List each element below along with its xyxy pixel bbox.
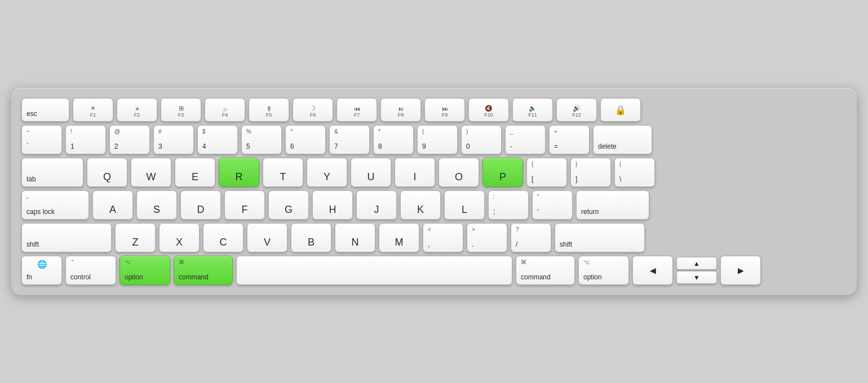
globe-icon: 🌐 [37,260,47,269]
asdf-row: • caps lock A S D F G H J K L : [21,190,847,220]
key-backslash[interactable]: | \ [614,158,655,187]
arrow-ud-pair: ▲ ▼ [676,257,717,284]
key-x[interactable]: X [159,223,200,252]
key-m[interactable]: M [379,223,419,252]
key-8[interactable]: * 8 [373,125,414,154]
key-v[interactable]: V [247,223,287,252]
key-d[interactable]: D [180,190,221,220]
key-fn[interactable]: 🌐 fn [21,256,62,285]
key-i[interactable]: I [395,158,435,187]
key-q[interactable]: Q [87,158,127,187]
key-0[interactable]: ) 0 [461,125,502,154]
key-caps-lock[interactable]: • caps lock [21,190,89,220]
key-command-left[interactable]: ⌘ command [174,256,233,285]
key-lock[interactable]: 🔒 [600,98,641,122]
key-3[interactable]: # 3 [153,125,194,154]
arrow-cluster: ◀ ▲ ▼ ▶ [632,256,761,285]
key-shift-left[interactable]: shift [21,223,112,252]
key-j[interactable]: J [356,190,397,220]
zxcv-row: shift Z X C V B N M < , > . [21,223,847,252]
key-y[interactable]: Y [307,158,347,187]
key-quote[interactable]: " ' [532,190,573,220]
key-f1[interactable]: ☀ F1 [73,98,113,122]
key-f[interactable]: F [224,190,265,220]
key-arrow-left[interactable]: ◀ [632,256,673,285]
key-k[interactable]: K [400,190,441,220]
key-f11[interactable]: 🔈 F11 [512,98,553,122]
key-f6[interactable]: ☽ F6 [293,98,333,122]
key-s[interactable]: S [136,190,177,220]
key-w[interactable]: W [131,158,171,187]
key-5[interactable]: % 5 [241,125,282,154]
key-z[interactable]: Z [115,223,156,252]
key-c[interactable]: C [203,223,243,252]
key-slash[interactable]: ? / [511,223,551,252]
bottom-row: 🌐 fn ⌃ control ⌥ option ⌘ command ⌘ comm… [21,256,847,285]
key-option-right[interactable]: ⌥ option [578,256,629,285]
key-l[interactable]: L [444,190,485,220]
key-minus[interactable]: _ - [505,125,546,154]
key-6[interactable]: ^ 6 [285,125,326,154]
key-esc[interactable]: esc [21,98,69,122]
key-comma[interactable]: < , [423,223,463,252]
key-f12[interactable]: 🔊 F12 [556,98,597,122]
key-f3[interactable]: ⊞ F3 [161,98,201,122]
key-semicolon[interactable]: : ; [488,190,529,220]
key-f2[interactable]: ☀ F2 [117,98,157,122]
qwerty-row: tab Q W E R T Y U I O P [21,158,847,187]
key-f7[interactable]: ⏮ F7 [336,98,377,122]
key-spacebar[interactable] [236,256,512,285]
key-b[interactable]: B [291,223,331,252]
key-tab[interactable]: tab [21,158,83,187]
key-return[interactable]: return [576,190,649,220]
key-f8[interactable]: ⏯ F8 [380,98,421,122]
key-9[interactable]: ( 9 [417,125,458,154]
key-shift-right[interactable]: shift [555,223,645,252]
key-period[interactable]: > . [467,223,507,252]
key-open-bracket[interactable]: { [ [526,158,567,187]
key-arrow-right[interactable]: ▶ [720,256,761,285]
key-g[interactable]: G [268,190,309,220]
key-f5[interactable]: 🎙 F5 [249,98,289,122]
key-p[interactable]: P [482,158,523,187]
key-r[interactable]: R [219,158,259,187]
key-4[interactable]: $ 4 [197,125,238,154]
key-1[interactable]: ! 1 [65,125,106,154]
key-2[interactable]: @ 2 [109,125,150,154]
key-u[interactable]: U [351,158,391,187]
key-command-right[interactable]: ⌘ command [516,256,575,285]
key-o[interactable]: O [439,158,479,187]
key-backtick[interactable]: ~ ` [21,125,62,154]
key-t[interactable]: T [263,158,303,187]
key-a[interactable]: A [92,190,133,220]
key-f9[interactable]: ⏭ F9 [424,98,465,122]
keyboard: esc ☀ F1 ☀ F2 ⊞ F3 ⌕ F4 🎙 F5 ☽ F6 [11,88,857,295]
function-row: esc ☀ F1 ☀ F2 ⊞ F3 ⌕ F4 🎙 F5 ☽ F6 [21,98,847,122]
key-arrow-down[interactable]: ▼ [676,271,717,284]
key-option-left[interactable]: ⌥ option [119,256,170,285]
key-f10[interactable]: 🔇 F10 [468,98,509,122]
lock-icon: 🔒 [615,105,626,115]
key-n[interactable]: N [335,223,375,252]
key-equals[interactable]: + = [549,125,590,154]
key-h[interactable]: H [312,190,353,220]
key-f4[interactable]: ⌕ F4 [205,98,245,122]
number-row: ~ ` ! 1 @ 2 # 3 $ 4 % 5 ^ 6 & 7 [21,125,847,154]
key-arrow-up[interactable]: ▲ [676,257,717,270]
key-control[interactable]: ⌃ control [65,256,116,285]
key-e[interactable]: E [175,158,215,187]
key-7[interactable]: & 7 [329,125,370,154]
key-delete[interactable]: delete [593,125,652,154]
key-close-bracket[interactable]: } ] [570,158,611,187]
